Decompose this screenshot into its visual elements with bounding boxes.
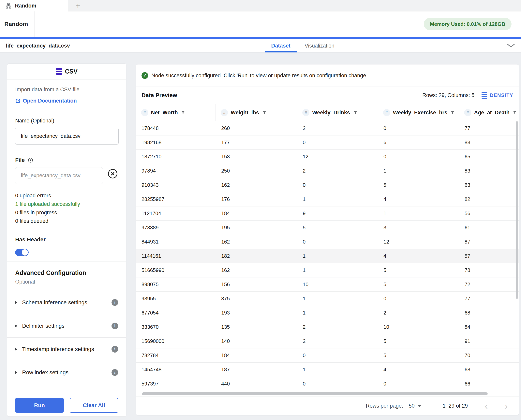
vertical-scrollbar[interactable] [516,121,518,391]
filter-icon[interactable] [262,110,267,115]
table-row[interactable]: 6770541931268 [136,306,519,320]
advanced-section-row[interactable]: Delimiter settingsi [7,314,126,338]
table-cell: 2 [297,320,378,334]
table-row[interactable]: 939553751077 [136,292,519,306]
tab-dataset[interactable]: Dataset [265,39,297,52]
table-cell: 0 [378,121,459,135]
table-row[interactable]: 5973974400066 [136,377,519,391]
info-icon[interactable]: i [112,299,118,306]
table-cell: 1454748 [136,363,216,377]
table-row[interactable]: 516659901621578 [136,263,519,278]
table-header: #Net_Worth#Weight_lbs#Weekly_Drinks#Week… [136,104,519,121]
clear-all-button[interactable]: Clear All [70,398,118,413]
active-tab-underline [265,51,297,52]
table-cell: 250 [216,164,297,178]
info-icon[interactable]: i [112,322,118,329]
table-cell: 6 [378,135,459,150]
column-header-age_at_death[interactable]: #Age_at_Death [459,104,519,121]
table-row[interactable]: 9103431620563 [136,178,519,192]
table-cell: 375 [216,292,297,306]
table-cell: 68 [459,306,519,320]
top-tab-bar: Random + [0,0,521,11]
table-cell: 187 [216,363,297,377]
table-row[interactable]: 33367013521084 [136,320,519,334]
table-row[interactable]: 187271015312065 [136,150,519,164]
name-input[interactable] [15,128,119,144]
chevron-down-icon[interactable] [507,43,515,48]
table-cell: 93955 [136,292,216,306]
table-row[interactable]: 9733891955361 [136,221,519,235]
results-panel: ✓ Node successfully configured. Click 'R… [136,64,519,415]
run-button[interactable]: Run [15,398,64,413]
table-cell: 1 [297,263,378,277]
workflow-tab-label: Random [15,3,36,9]
open-documentation-link[interactable]: Open Documentation [15,98,118,104]
table-row[interactable]: 978942502183 [136,164,519,178]
file-input[interactable] [15,167,103,184]
node-type-header: CSV [7,64,126,79]
tab-visualization[interactable]: Visualization [304,39,336,52]
memory-badge: Memory Used: 0.01% of 128GB [424,18,512,30]
file-tab[interactable]: life_expectancy_data.csv [0,39,80,52]
table-cell: 1872710 [136,150,216,164]
table-cell: 83 [459,135,519,150]
prev-page-button[interactable]: ‹ [485,401,488,411]
upload-status-line: 1 file uploaded successfully [15,200,118,208]
info-icon[interactable]: i [112,369,118,376]
table-row[interactable]: 19821681770683 [136,135,519,150]
advanced-config-subtitle: Optional [15,279,118,285]
advanced-section-row[interactable]: Schema inference settingsi [7,291,126,314]
vertical-scrollbar-thumb[interactable] [516,121,518,299]
pagination-range: 1–29 of 29 [443,403,468,409]
table-cell: 0 [378,150,459,164]
info-icon[interactable]: i [112,346,118,352]
table-cell: 77 [459,292,519,306]
density-button[interactable]: DENSITY [490,92,513,98]
next-page-button[interactable]: › [505,401,508,411]
database-icon [56,68,62,75]
table-row[interactable]: 1784482602077 [136,121,519,135]
rows-per-page-select[interactable]: 50 [409,403,421,409]
filter-icon[interactable] [450,110,455,115]
horizontal-scrollbar-thumb[interactable] [142,392,488,395]
table-cell: 1 [378,164,459,178]
external-link-icon [15,98,21,104]
table-row[interactable]: 11217041849156 [136,206,519,221]
table-row[interactable]: 156900001402591 [136,334,519,348]
new-tab-button[interactable]: + [71,0,85,11]
table-row[interactable]: 14547481871468 [136,363,519,377]
caret-right-icon [15,371,17,374]
table-cell: 65 [459,150,519,164]
table-row[interactable]: 84493116201287 [136,235,519,249]
density-icon[interactable] [482,92,487,99]
upload-status-line: 0 upload errors [15,191,118,200]
advanced-section-row[interactable]: Timestamp inference settingsi [7,338,126,361]
info-icon[interactable] [28,158,33,163]
toggle-knob [22,249,28,255]
workflow-tab[interactable]: Random [0,0,68,11]
column-header-weekly_drinks[interactable]: #Weekly_Drinks [297,104,378,121]
table-row[interactable]: 11441611821457 [136,249,519,263]
column-header-net_worth[interactable]: #Net_Worth [136,104,216,121]
table-cell: 2 [297,121,378,135]
data-preview-header: Data Preview Rows: 29, Columns: 5 DENSIT… [136,87,519,104]
table-cell: 177 [216,135,297,150]
table-cell: 10 [378,320,459,334]
advanced-section-row[interactable]: Row index settingsi [7,361,126,384]
table-row[interactable]: 282559871761482 [136,192,519,206]
table-row[interactable]: 89807515610572 [136,278,519,292]
horizontal-scrollbar[interactable] [136,392,519,395]
table-cell: 1 [297,363,378,377]
filter-icon[interactable] [353,110,358,115]
table-cell: 440 [216,377,297,391]
table-cell: 898075 [136,278,216,292]
filter-icon[interactable] [181,110,185,115]
has-header-toggle[interactable] [15,249,29,256]
remove-file-button[interactable] [107,168,118,179]
filter-icon[interactable] [512,110,517,115]
column-header-weight_lbs[interactable]: #Weight_lbs [216,104,297,121]
table-row[interactable]: 7827841840570 [136,348,519,363]
column-header-weekly_exercise_hrs[interactable]: #Weekly_Exercise_hrs [378,104,459,121]
table-cell: 1 [297,292,378,306]
table-cell: 162 [216,235,297,249]
